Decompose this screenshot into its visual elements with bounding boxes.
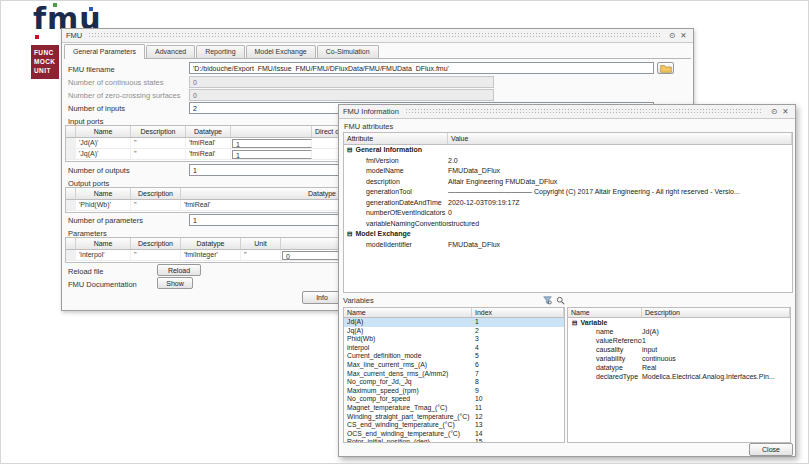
variable-row[interactable]: Jq(A) 2 <box>344 327 564 336</box>
variable-row[interactable]: OCS_end_winding_temperature_(°C) 14 <box>344 430 564 439</box>
attributes-header: Attribute Value <box>344 133 792 145</box>
attribute-row[interactable]: ⊟Model Exchange <box>344 229 792 240</box>
attribute-value: Altair Engineering FMUData_DFlux <box>448 177 792 188</box>
detail-row[interactable]: valueReference 1 <box>568 336 790 345</box>
variable-row[interactable]: No_comp_for_Jd,_Jq 8 <box>344 378 564 387</box>
variable-name: No_comp_for_speed <box>344 395 472 404</box>
attribute-row[interactable]: numberOfEventIndicators 0 <box>344 208 792 219</box>
show-button[interactable]: Show <box>157 277 193 289</box>
attribute-value <box>448 145 792 156</box>
variables-header-bar: Variables <box>343 295 565 306</box>
float-window-icon[interactable]: ⊙ <box>769 106 780 118</box>
attribute-row[interactable]: generationDateAndTime 2020-12-03T09:19:1… <box>344 198 792 209</box>
port-name: 'Jd(A)' <box>76 138 131 148</box>
port-datatype: 'fmiReal' <box>186 149 231 159</box>
attribute-name: description <box>366 178 400 185</box>
column-header: Unit <box>241 238 281 249</box>
reload-button[interactable]: Reload <box>157 264 201 276</box>
tab[interactable]: Model Exchange <box>246 45 316 58</box>
attribute-row[interactable]: description Altair Engineering FMUData_D… <box>344 177 792 188</box>
column-header: Description <box>131 188 181 199</box>
variable-row[interactable]: Magnet_temperature_Tmag_(°C) 11 <box>344 404 564 413</box>
detail-row[interactable]: ⊟Variable <box>568 318 790 327</box>
variable-name: CS_end_winding_temperature_(°C) <box>344 421 472 430</box>
filter-search-icon[interactable] <box>543 296 552 305</box>
attribute-value: 0 <box>448 208 792 219</box>
expander-icon[interactable]: ⊟ <box>572 319 577 326</box>
variable-row[interactable]: Max_line_current_rms_(A) 6 <box>344 361 564 370</box>
variable-row[interactable]: Jd(A) 1 <box>344 318 564 327</box>
num-inputs-label: Number of inputs <box>68 104 125 113</box>
detail-row[interactable]: variability continuous <box>568 354 790 363</box>
variable-row[interactable]: Max_current_dens_rms_(A/mm2) 7 <box>344 370 564 379</box>
tab[interactable]: General Parameters <box>64 44 145 59</box>
attribute-row[interactable]: generationTool ———————————— Copyright (C… <box>344 187 792 198</box>
detail-row[interactable]: name Jd(A) <box>568 327 790 336</box>
search-icon[interactable] <box>556 296 565 305</box>
expander-icon[interactable]: ⊟ <box>347 230 352 237</box>
detail-value: Real <box>642 363 790 372</box>
close-button[interactable]: Close <box>749 443 793 456</box>
variable-index: 8 <box>472 378 564 387</box>
variable-row[interactable]: No_comp_for_speed 10 <box>344 395 564 404</box>
fmu-logo-block: FUNCMOCKUNIT <box>31 45 59 79</box>
variable-row[interactable]: Rotor_initial_position_(deg) 15 <box>344 438 564 443</box>
detail-name: causality <box>596 346 623 353</box>
column-header: Value <box>448 133 792 144</box>
attribute-row[interactable]: modelName FMUData_DFlux <box>344 166 792 177</box>
attribute-value: structured <box>448 219 792 230</box>
variable-name: Magnet_temperature_Tmag_(°C) <box>344 404 472 413</box>
detail-row[interactable]: declaredType Modelica.Electrical.Analog.… <box>568 372 790 381</box>
variable-row[interactable]: Maximum_speed_(rpm) 9 <box>344 387 564 396</box>
variable-row[interactable]: interpol 4 <box>344 344 564 353</box>
variable-name: Jq(A) <box>344 327 472 336</box>
variables-list: Name Index Jd(A) 1 Jq(A) 2 Phid(Wb) 3 in… <box>343 307 565 443</box>
close-window-icon[interactable]: ✕ <box>780 106 791 118</box>
column-header: Description <box>642 308 790 317</box>
logo-block-line: MOCK <box>34 57 59 66</box>
float-window-icon[interactable]: ⊙ <box>667 30 678 42</box>
variable-row[interactable]: CS_end_winding_temperature_(°C) 13 <box>344 421 564 430</box>
browse-button[interactable] <box>657 62 674 74</box>
attribute-name: variableNamingConvention <box>366 220 448 227</box>
variable-index: 2 <box>472 327 564 336</box>
tab-label: General Parameters <box>73 48 136 55</box>
tab[interactable]: Advanced <box>146 45 195 58</box>
titlebar-texture <box>88 32 661 39</box>
fmu-filename-input[interactable] <box>189 62 654 74</box>
tab[interactable]: Reporting <box>196 45 244 58</box>
param-datatype: 'fmiInteger' <box>181 250 241 260</box>
attribute-row[interactable]: variableNamingConvention structured <box>344 219 792 230</box>
expander-icon[interactable]: ⊟ <box>347 146 352 153</box>
attribute-row[interactable]: modelIdentifier FMUData_DFlux <box>344 240 792 251</box>
attribute-name: generationDateAndTime <box>366 199 442 206</box>
attribute-row[interactable]: ⊟General Information <box>344 145 792 156</box>
column-header: Datatype <box>181 238 241 249</box>
port-description: '' <box>131 200 181 210</box>
detail-header: Name Description <box>568 308 790 318</box>
detail-value: 1 <box>642 336 790 345</box>
variable-detail-panel: Name Description ⊟Variable name Jd(A) va… <box>567 307 791 443</box>
start-value-cell[interactable]: 1 <box>232 150 312 159</box>
detail-row[interactable]: datatype Real <box>568 363 790 372</box>
fmu-attributes-label: FMU attributes <box>344 122 393 131</box>
detail-row[interactable]: causality input <box>568 345 790 354</box>
start-value-cell[interactable]: 1 <box>232 139 312 148</box>
variable-row[interactable]: Current_definition_mode 5 <box>344 352 564 361</box>
variable-name: Current_definition_mode <box>344 352 472 361</box>
close-window-icon[interactable]: ✕ <box>678 30 689 42</box>
detail-name: Variable <box>580 319 607 326</box>
variable-row[interactable]: Phid(Wb) 3 <box>344 335 564 344</box>
info-button[interactable]: Info <box>302 291 342 304</box>
zero-crossing-label: Number of zero-crossing surfaces <box>68 91 181 100</box>
attribute-value: ———————————— Copyright (C) 2017 Altair E… <box>448 187 792 198</box>
tab[interactable]: Co-Simulation <box>317 45 379 58</box>
attribute-row[interactable]: fmiVersion 2.0 <box>344 156 792 167</box>
variable-row[interactable]: Winding_straight_part_temperature_(°C) 1… <box>344 413 564 422</box>
fmu-window-titlebar[interactable]: FMU ⊙ ✕ <box>62 29 693 43</box>
row-selector <box>66 149 76 159</box>
info-window-titlebar[interactable]: FMU Information ⊙ ✕ <box>339 105 795 119</box>
variable-index: 13 <box>472 421 564 430</box>
detail-value: Modelica.Electrical.Analog.Interfaces.Pi… <box>642 372 790 381</box>
column-header: Description <box>131 126 186 137</box>
